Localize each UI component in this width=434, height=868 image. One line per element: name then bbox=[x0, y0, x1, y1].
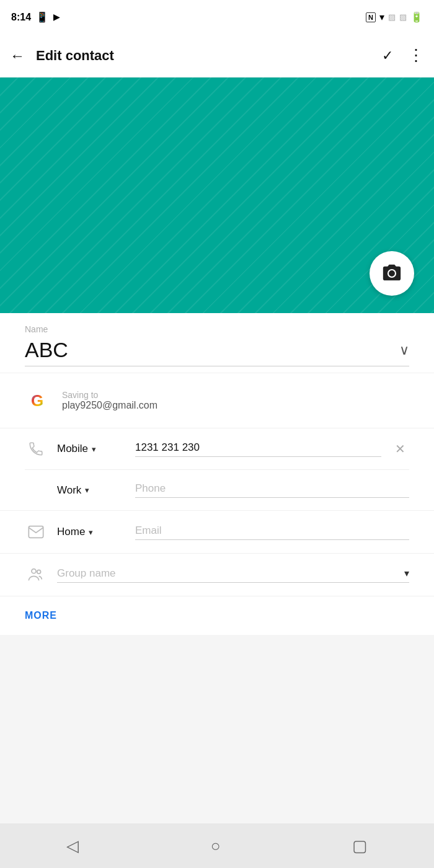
hero-banner bbox=[0, 78, 434, 313]
saving-email: play9250@gmail.com bbox=[62, 400, 157, 411]
phone-row-mobile: Mobile ▾ ✕ bbox=[25, 428, 409, 470]
page-title: Edit contact bbox=[36, 48, 114, 64]
name-label: Name bbox=[25, 324, 409, 334]
home-email-type-dropdown[interactable]: Home ▾ bbox=[57, 526, 125, 538]
name-section: Name ABC ∨ bbox=[0, 313, 434, 373]
status-left: 8:14 📱 ▶ bbox=[11, 11, 60, 23]
top-bar-left: ← Edit contact bbox=[10, 47, 114, 64]
battery-icon: 🔋 bbox=[410, 11, 423, 23]
name-value[interactable]: ABC bbox=[25, 338, 68, 362]
work-type-dropdown[interactable]: Work ▾ bbox=[57, 484, 125, 497]
email-icon bbox=[25, 523, 47, 541]
nav-back-button[interactable]: ◁ bbox=[66, 836, 79, 856]
email-section: Home ▾ bbox=[0, 511, 434, 554]
more-section: MORE bbox=[0, 596, 434, 635]
mobile-dropdown-arrow: ▾ bbox=[92, 445, 96, 454]
bottom-nav: ◁ ○ ▢ bbox=[0, 823, 434, 868]
home-email-type-label: Home bbox=[57, 526, 85, 538]
name-row: ABC ∨ bbox=[25, 338, 409, 366]
wifi-icon: ▾ bbox=[379, 11, 384, 23]
home-email-input-wrap bbox=[135, 525, 409, 540]
google-icon: G bbox=[25, 388, 50, 413]
work-type-label: Work bbox=[57, 484, 81, 497]
group-dropdown-arrow: ▾ bbox=[404, 567, 409, 579]
more-button[interactable]: MORE bbox=[25, 610, 57, 621]
saving-section: G Saving to play9250@gmail.com bbox=[0, 373, 434, 428]
phone-section: Mobile ▾ ✕ Work ▾ bbox=[0, 428, 434, 511]
play-icon: ▶ bbox=[53, 12, 60, 22]
svg-rect-0 bbox=[29, 526, 43, 538]
signal-icon-1: ▨ bbox=[388, 12, 396, 22]
nfc-icon: N bbox=[366, 12, 376, 22]
name-expand-icon[interactable]: ∨ bbox=[399, 342, 409, 358]
mobile-phone-input-wrap bbox=[135, 441, 381, 457]
group-section: Group name ▾ bbox=[0, 554, 434, 596]
save-check-button[interactable]: ✓ bbox=[382, 48, 393, 64]
device-icon: 📱 bbox=[36, 11, 48, 23]
phone-icon bbox=[25, 441, 47, 457]
nav-recent-button[interactable]: ▢ bbox=[352, 836, 368, 856]
mobile-type-dropdown[interactable]: Mobile ▾ bbox=[57, 443, 125, 455]
top-bar-right: ✓ ⋮ bbox=[382, 46, 424, 65]
top-bar: ← Edit contact ✓ ⋮ bbox=[0, 34, 434, 78]
home-email-input[interactable] bbox=[135, 525, 409, 540]
camera-icon bbox=[381, 263, 402, 284]
home-email-dropdown-arrow: ▾ bbox=[89, 528, 93, 537]
mobile-type-label: Mobile bbox=[57, 443, 88, 455]
status-right: N ▾ ▨ ▨ 🔋 bbox=[366, 11, 423, 23]
more-options-button[interactable]: ⋮ bbox=[408, 46, 424, 65]
form-area: Name ABC ∨ G Saving to play9250@gmail.co… bbox=[0, 313, 434, 635]
work-phone-input[interactable] bbox=[135, 482, 409, 498]
mobile-clear-button[interactable]: ✕ bbox=[391, 441, 409, 456]
nav-home-button[interactable]: ○ bbox=[211, 836, 221, 856]
group-icon bbox=[25, 566, 47, 583]
mobile-phone-input[interactable] bbox=[135, 441, 381, 457]
saving-label: Saving to bbox=[62, 390, 157, 400]
group-name-placeholder: Group name bbox=[57, 567, 116, 580]
status-time: 8:14 bbox=[11, 12, 31, 23]
svg-point-2 bbox=[37, 570, 41, 574]
work-dropdown-arrow: ▾ bbox=[85, 485, 89, 495]
phone-row-work: Work ▾ bbox=[25, 470, 409, 510]
camera-button[interactable] bbox=[370, 251, 414, 296]
work-phone-input-wrap bbox=[135, 482, 409, 498]
status-bar: 8:14 📱 ▶ N ▾ ▨ ▨ 🔋 bbox=[0, 0, 434, 34]
svg-point-1 bbox=[32, 569, 36, 574]
back-button[interactable]: ← bbox=[10, 47, 25, 64]
signal-icon-2: ▨ bbox=[399, 12, 407, 22]
group-input-wrap[interactable]: Group name ▾ bbox=[57, 567, 409, 583]
